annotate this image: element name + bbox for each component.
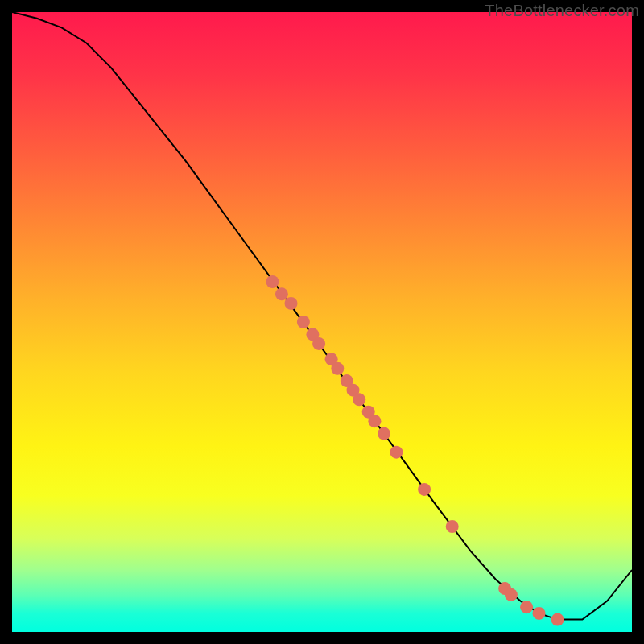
bottleneck-curve [12,12,632,620]
data-point [275,287,288,300]
data-point [353,393,365,406]
data-point [331,362,344,375]
data-point [418,483,431,496]
data-point [368,415,381,427]
plot-svg [12,12,632,632]
data-point [520,601,533,613]
chart-root: TheBottlenecker.com [0,0,644,644]
data-point [505,588,518,601]
data-points [266,275,564,626]
data-point [285,297,298,310]
data-point [312,337,325,350]
data-point [533,607,546,620]
data-point [266,275,279,288]
data-point [390,446,402,459]
plot-area [12,12,632,632]
data-point [378,427,390,440]
data-point [446,520,459,533]
data-point [297,316,310,328]
data-point [551,613,564,626]
watermark-text: TheBottlenecker.com [485,2,639,20]
